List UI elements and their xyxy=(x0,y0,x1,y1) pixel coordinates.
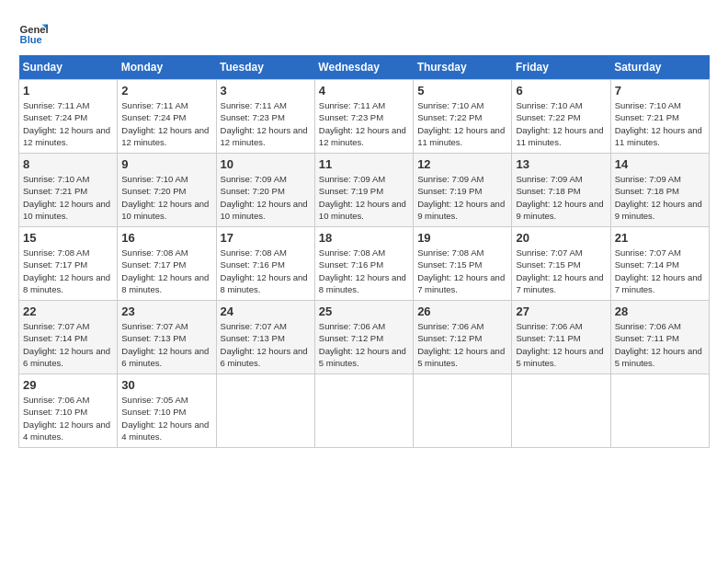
day-number: 9 xyxy=(121,157,211,171)
day-number: 8 xyxy=(23,157,113,171)
calendar-cell: 14 Sunrise: 7:09 AMSunset: 7:18 PMDaylig… xyxy=(610,154,709,227)
day-number: 4 xyxy=(319,84,409,98)
page-header: General Blue xyxy=(18,18,710,48)
calendar-cell: 4 Sunrise: 7:11 AMSunset: 7:23 PMDayligh… xyxy=(314,80,413,154)
logo-icon: General Blue xyxy=(18,18,48,48)
day-info: Sunrise: 7:11 AMSunset: 7:24 PMDaylight:… xyxy=(23,100,110,147)
calendar-cell: 18 Sunrise: 7:08 AMSunset: 7:16 PMDaylig… xyxy=(314,227,413,301)
calendar-cell: 24 Sunrise: 7:07 AMSunset: 7:13 PMDaylig… xyxy=(216,301,314,374)
day-info: Sunrise: 7:09 AMSunset: 7:18 PMDaylight:… xyxy=(615,174,702,221)
day-number: 28 xyxy=(615,304,705,318)
day-number: 26 xyxy=(417,304,507,318)
day-info: Sunrise: 7:09 AMSunset: 7:19 PMDaylight:… xyxy=(319,174,406,221)
calendar-week-row: 1 Sunrise: 7:11 AMSunset: 7:24 PMDayligh… xyxy=(19,80,710,154)
calendar-cell: 23 Sunrise: 7:07 AMSunset: 7:13 PMDaylig… xyxy=(118,301,216,374)
day-number: 30 xyxy=(121,378,211,392)
day-number: 19 xyxy=(417,231,507,245)
day-number: 24 xyxy=(221,304,311,318)
day-number: 3 xyxy=(221,84,311,98)
day-number: 5 xyxy=(417,84,507,98)
day-number: 11 xyxy=(319,157,409,171)
svg-text:Blue: Blue xyxy=(20,34,42,45)
calendar-cell: 8 Sunrise: 7:10 AMSunset: 7:21 PMDayligh… xyxy=(19,154,118,227)
day-number: 18 xyxy=(319,231,409,245)
logo: General Blue xyxy=(18,18,48,48)
weekday-header-tuesday: Tuesday xyxy=(216,55,314,80)
day-number: 15 xyxy=(23,231,113,245)
day-number: 29 xyxy=(23,378,113,392)
day-info: Sunrise: 7:09 AMSunset: 7:19 PMDaylight:… xyxy=(417,174,505,221)
day-info: Sunrise: 7:10 AMSunset: 7:21 PMDaylight:… xyxy=(23,174,110,221)
weekday-header-thursday: Thursday xyxy=(414,55,512,80)
calendar-cell: 20 Sunrise: 7:07 AMSunset: 7:15 PMDaylig… xyxy=(512,227,610,301)
calendar-cell: 2 Sunrise: 7:11 AMSunset: 7:24 PMDayligh… xyxy=(118,80,216,154)
day-info: Sunrise: 7:11 AMSunset: 7:23 PMDaylight:… xyxy=(319,100,406,147)
day-info: Sunrise: 7:10 AMSunset: 7:22 PMDaylight:… xyxy=(516,100,603,147)
day-info: Sunrise: 7:11 AMSunset: 7:23 PMDaylight:… xyxy=(221,100,308,147)
calendar-table: SundayMondayTuesdayWednesdayThursdayFrid… xyxy=(18,55,710,448)
calendar-cell: 27 Sunrise: 7:06 AMSunset: 7:11 PMDaylig… xyxy=(512,301,610,374)
calendar-cell: 7 Sunrise: 7:10 AMSunset: 7:21 PMDayligh… xyxy=(610,80,709,154)
day-number: 14 xyxy=(615,157,705,171)
day-number: 23 xyxy=(121,304,211,318)
day-info: Sunrise: 7:06 AMSunset: 7:12 PMDaylight:… xyxy=(417,321,505,368)
day-info: Sunrise: 7:10 AMSunset: 7:21 PMDaylight:… xyxy=(615,100,702,147)
day-number: 16 xyxy=(121,231,211,245)
calendar-week-row: 29 Sunrise: 7:06 AMSunset: 7:10 PMDaylig… xyxy=(19,374,710,448)
weekday-header-row: SundayMondayTuesdayWednesdayThursdayFrid… xyxy=(19,55,710,80)
weekday-header-saturday: Saturday xyxy=(610,55,709,80)
day-number: 2 xyxy=(121,84,211,98)
day-info: Sunrise: 7:08 AMSunset: 7:16 PMDaylight:… xyxy=(319,247,406,294)
day-info: Sunrise: 7:08 AMSunset: 7:17 PMDaylight:… xyxy=(23,247,110,294)
day-number: 22 xyxy=(23,304,113,318)
day-info: Sunrise: 7:06 AMSunset: 7:11 PMDaylight:… xyxy=(615,321,702,368)
day-info: Sunrise: 7:09 AMSunset: 7:18 PMDaylight:… xyxy=(516,174,603,221)
day-number: 13 xyxy=(516,157,606,171)
calendar-cell: 29 Sunrise: 7:06 AMSunset: 7:10 PMDaylig… xyxy=(19,374,118,448)
calendar-week-row: 22 Sunrise: 7:07 AMSunset: 7:14 PMDaylig… xyxy=(19,301,710,374)
calendar-cell: 17 Sunrise: 7:08 AMSunset: 7:16 PMDaylig… xyxy=(216,227,314,301)
day-number: 21 xyxy=(615,231,705,245)
weekday-header-sunday: Sunday xyxy=(19,55,118,80)
calendar-cell: 6 Sunrise: 7:10 AMSunset: 7:22 PMDayligh… xyxy=(512,80,610,154)
day-number: 17 xyxy=(221,231,311,245)
day-number: 7 xyxy=(615,84,705,98)
day-info: Sunrise: 7:07 AMSunset: 7:15 PMDaylight:… xyxy=(516,247,603,294)
calendar-week-row: 8 Sunrise: 7:10 AMSunset: 7:21 PMDayligh… xyxy=(19,154,710,227)
day-info: Sunrise: 7:08 AMSunset: 7:15 PMDaylight:… xyxy=(417,247,505,294)
day-number: 20 xyxy=(516,231,606,245)
calendar-cell xyxy=(512,374,610,448)
calendar-cell: 13 Sunrise: 7:09 AMSunset: 7:18 PMDaylig… xyxy=(512,154,610,227)
weekday-header-friday: Friday xyxy=(512,55,610,80)
day-info: Sunrise: 7:07 AMSunset: 7:13 PMDaylight:… xyxy=(221,321,308,368)
calendar-cell xyxy=(610,374,709,448)
calendar-cell: 9 Sunrise: 7:10 AMSunset: 7:20 PMDayligh… xyxy=(118,154,216,227)
day-info: Sunrise: 7:07 AMSunset: 7:14 PMDaylight:… xyxy=(615,247,702,294)
calendar-cell xyxy=(414,374,512,448)
calendar-cell: 26 Sunrise: 7:06 AMSunset: 7:12 PMDaylig… xyxy=(414,301,512,374)
day-number: 25 xyxy=(319,304,409,318)
day-number: 27 xyxy=(516,304,606,318)
calendar-cell: 30 Sunrise: 7:05 AMSunset: 7:10 PMDaylig… xyxy=(118,374,216,448)
calendar-week-row: 15 Sunrise: 7:08 AMSunset: 7:17 PMDaylig… xyxy=(19,227,710,301)
calendar-cell: 11 Sunrise: 7:09 AMSunset: 7:19 PMDaylig… xyxy=(314,154,413,227)
day-info: Sunrise: 7:08 AMSunset: 7:17 PMDaylight:… xyxy=(121,247,209,294)
calendar-cell: 16 Sunrise: 7:08 AMSunset: 7:17 PMDaylig… xyxy=(118,227,216,301)
day-info: Sunrise: 7:08 AMSunset: 7:16 PMDaylight:… xyxy=(221,247,308,294)
calendar-cell: 10 Sunrise: 7:09 AMSunset: 7:20 PMDaylig… xyxy=(216,154,314,227)
weekday-header-wednesday: Wednesday xyxy=(314,55,413,80)
day-info: Sunrise: 7:06 AMSunset: 7:10 PMDaylight:… xyxy=(23,395,110,442)
calendar-cell: 19 Sunrise: 7:08 AMSunset: 7:15 PMDaylig… xyxy=(414,227,512,301)
day-info: Sunrise: 7:06 AMSunset: 7:11 PMDaylight:… xyxy=(516,321,603,368)
calendar-cell xyxy=(216,374,314,448)
day-number: 1 xyxy=(23,84,113,98)
calendar-cell: 28 Sunrise: 7:06 AMSunset: 7:11 PMDaylig… xyxy=(610,301,709,374)
day-info: Sunrise: 7:07 AMSunset: 7:14 PMDaylight:… xyxy=(23,321,110,368)
day-number: 10 xyxy=(221,157,311,171)
calendar-cell: 22 Sunrise: 7:07 AMSunset: 7:14 PMDaylig… xyxy=(19,301,118,374)
calendar-cell: 21 Sunrise: 7:07 AMSunset: 7:14 PMDaylig… xyxy=(610,227,709,301)
calendar-cell: 3 Sunrise: 7:11 AMSunset: 7:23 PMDayligh… xyxy=(216,80,314,154)
day-info: Sunrise: 7:11 AMSunset: 7:24 PMDaylight:… xyxy=(121,100,209,147)
calendar-cell: 12 Sunrise: 7:09 AMSunset: 7:19 PMDaylig… xyxy=(414,154,512,227)
calendar-cell: 5 Sunrise: 7:10 AMSunset: 7:22 PMDayligh… xyxy=(414,80,512,154)
